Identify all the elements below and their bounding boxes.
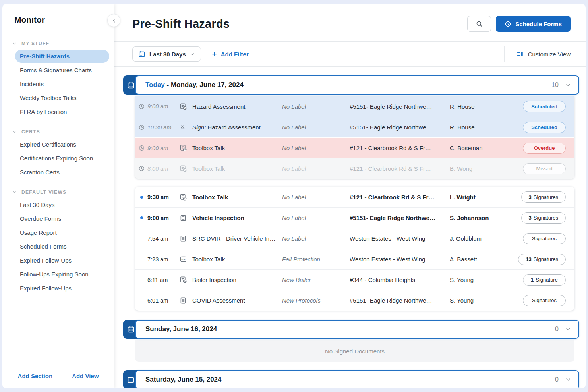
- sidebar-item-overdue-forms[interactable]: Overdue Forms: [15, 212, 109, 225]
- section-header-card[interactable]: Today - Monday, June 17, 2024 10: [135, 75, 579, 95]
- signed-rows-card: 9:30 am Toolbox Talk No Label #121 - Cle…: [135, 187, 574, 311]
- app-window: Monitor MY STUFF Pre-Shift Hazards Forms…: [2, 4, 586, 388]
- sidebar-item-weekly-toolbox-talks[interactable]: Weekly Toolbox Talks: [15, 91, 109, 104]
- time-value: 9:00 am: [147, 103, 168, 110]
- form-name: Bailer Inspection: [192, 276, 282, 283]
- customize-view-label: Customize View: [528, 51, 571, 58]
- form-label: No Label: [282, 124, 350, 131]
- sidebar-item-follow-ups-expiring-soon[interactable]: Follow-Ups Expiring Soon: [15, 268, 109, 281]
- owner-name: S. Johannson: [450, 214, 513, 221]
- section-header-my-stuff[interactable]: MY STUFF: [2, 41, 114, 46]
- columns-icon: [516, 50, 524, 58]
- row-time: 7:23 am: [135, 256, 176, 263]
- status-cell: Overdue: [513, 143, 574, 154]
- status-label: Signatures: [534, 215, 558, 221]
- add-filter-button[interactable]: Add Filter: [211, 51, 249, 58]
- form-scheduled-icon: [176, 193, 192, 201]
- add-view-button[interactable]: Add View: [72, 373, 99, 379]
- sidebar-section-default-views: DEFAULT VIEWS Last 30 Days Overdue Forms…: [2, 189, 114, 295]
- chevron-down-icon[interactable]: [565, 326, 571, 332]
- divider: [504, 46, 505, 62]
- status-badge[interactable]: Signatures: [523, 295, 566, 306]
- status-badge[interactable]: Scheduled: [523, 101, 566, 112]
- status-badge[interactable]: 3Signatures: [521, 191, 566, 203]
- empty-state: No Signed Documents: [135, 340, 574, 362]
- table-row[interactable]: 7:23 am Toolbox Talk Fall Protection Wes…: [135, 249, 574, 269]
- owner-name: S. Young: [450, 276, 513, 283]
- owner-name: S. Young: [450, 297, 513, 304]
- form-name-text: Toolbox Talk: [192, 256, 225, 263]
- sidebar-item-last-30-days[interactable]: Last 30 Days: [15, 198, 109, 211]
- form-scheduled-icon: [176, 144, 192, 152]
- table-row[interactable]: 9:00 am Toolbox Talk No Label #121 - Cle…: [135, 137, 574, 158]
- footer-divider: [62, 371, 62, 380]
- sidebar-item-certifications-expiring-soon[interactable]: Certifications Expiring Soon: [15, 152, 109, 165]
- status-cell: 3Signatures: [513, 191, 574, 203]
- search-button[interactable]: [467, 16, 491, 32]
- form-label: No Label: [282, 235, 350, 242]
- scheduled-rows-card: 9:00 am Hazard Assessment No Label #5151…: [135, 96, 574, 179]
- status-badge[interactable]: Signatures: [523, 233, 566, 244]
- form-label: No Label: [282, 165, 350, 172]
- row-time: 7:54 am: [135, 236, 176, 242]
- section-title: Today - Monday, June 17, 2024: [145, 81, 244, 89]
- table-row[interactable]: 6:11 am Bailer Inspection New Bailer #34…: [135, 269, 574, 290]
- sidebar-item-scheduled-forms[interactable]: Scheduled Forms: [15, 240, 109, 253]
- status-badge[interactable]: Overdue: [523, 143, 566, 154]
- owner-name: R. House: [450, 124, 513, 131]
- unread-dot: [139, 196, 145, 199]
- section-header-default-views[interactable]: DEFAULT VIEWS: [2, 189, 114, 195]
- chevron-left-icon: [111, 17, 117, 24]
- table-row[interactable]: 9:00 am Vehicle Inspection No Label #515…: [135, 207, 574, 228]
- sidebar-item-expired-certifications[interactable]: Expired Certifications: [15, 138, 109, 151]
- spacer: [123, 179, 579, 183]
- sidebar-collapse-button[interactable]: [107, 14, 120, 27]
- schedule-forms-button[interactable]: Schedule Forms: [496, 16, 571, 32]
- table-row[interactable]: 7:54 am SRC DVIR - Driver Vehicle In… No…: [135, 228, 574, 249]
- form-name: SRC DVIR - Driver Vehicle In…: [192, 235, 282, 242]
- status-badge[interactable]: Missed: [523, 163, 566, 174]
- form-name-text: Bailer Inspection: [192, 276, 236, 283]
- table-row[interactable]: 8:00 am Toolbox Talk No Label #121 - Cle…: [135, 158, 574, 179]
- table-row[interactable]: 9:00 am Hazard Assessment No Label #5151…: [135, 96, 574, 117]
- customize-view-button[interactable]: Customize View: [516, 50, 571, 58]
- status-cell: Signatures: [513, 233, 574, 244]
- status-badge[interactable]: 3Signatures: [521, 212, 566, 224]
- clock-icon: [139, 145, 145, 151]
- filter-bar: Last 30 Days Add Filter Customize View: [114, 41, 586, 67]
- spacer: [123, 362, 579, 370]
- signature-count: 13: [526, 256, 531, 262]
- sidebar-item-pre-shift-hazards[interactable]: Pre-Shift Hazards: [15, 50, 109, 63]
- chevron-down-icon: [190, 52, 195, 57]
- status-badge[interactable]: Scheduled: [523, 122, 566, 133]
- add-section-button[interactable]: Add Section: [18, 373, 53, 379]
- sidebar-item-expired-follow-ups[interactable]: Expired Follow-Ups: [15, 254, 109, 267]
- clock-icon: [139, 104, 145, 110]
- sidebar-item-incidents[interactable]: Incidents: [15, 77, 109, 91]
- sidebar-item-flra-by-location[interactable]: FLRA by Location: [15, 105, 109, 118]
- status-badge[interactable]: 1Signature: [523, 274, 566, 286]
- add-filter-label: Add Filter: [221, 51, 249, 58]
- section-header-card[interactable]: Sunday, June 16, 2024 0: [135, 320, 579, 339]
- chevron-down-icon[interactable]: [565, 82, 571, 88]
- project-name: #121 - Clearbrook Rd & S Fr…: [350, 145, 450, 151]
- section-header-card[interactable]: Saturday, June 15, 2024 0: [135, 370, 579, 388]
- documents-list: Today - Monday, June 17, 2024 10 9:00 am: [114, 67, 586, 388]
- signature-count: 1: [531, 277, 534, 283]
- status-cell: Signatures: [513, 295, 574, 306]
- time-value: 8:00 am: [147, 166, 168, 172]
- status-badge[interactable]: 13Signatures: [518, 254, 566, 265]
- chevron-down-icon[interactable]: [565, 377, 571, 383]
- form-name-text: SRC DVIR - Driver Vehicle In…: [192, 235, 275, 242]
- table-row[interactable]: 10:30 am Sign: Hazard Assessment No Labe…: [135, 117, 574, 137]
- main-header: Pre-Shift Hazards Schedule Forms: [114, 4, 586, 41]
- sidebar-item-usage-report[interactable]: Usage Report: [15, 226, 109, 239]
- table-row[interactable]: 9:30 am Toolbox Talk No Label #121 - Cle…: [135, 187, 574, 207]
- date-range-filter[interactable]: Last 30 Days: [132, 46, 201, 62]
- sidebar-item-forms-signatures-charts[interactable]: Forms & Signatures Charts: [15, 64, 109, 77]
- sidebar-item-expired-follow-ups-2[interactable]: Expired Follow-Ups: [15, 282, 109, 295]
- table-row[interactable]: 6:01 am COVID Assessment New Protocols #…: [135, 290, 574, 311]
- sidebar-item-scranton-certs[interactable]: Scranton Certs: [15, 166, 109, 179]
- row-time: 9:00 am: [135, 145, 176, 151]
- section-header-certs[interactable]: CERTS: [2, 129, 114, 135]
